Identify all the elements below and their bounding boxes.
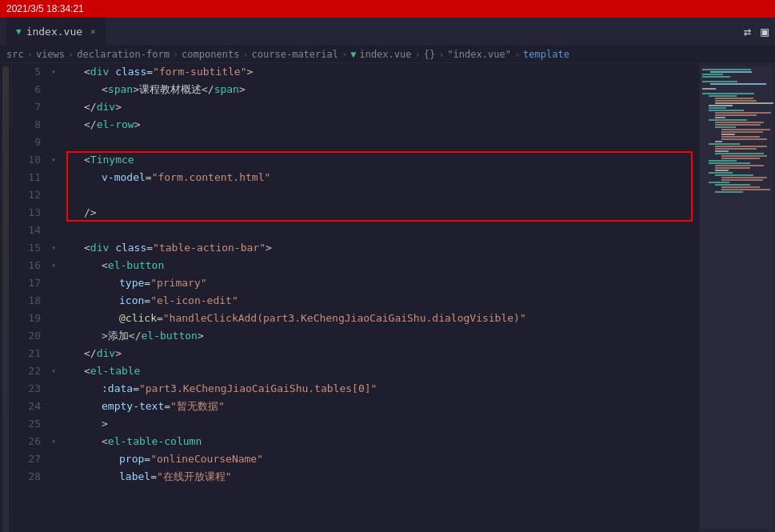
code-line-8: </el-row> [66,116,693,134]
code-line-24: empty-text="暂无数据" [66,398,693,415]
code-line-21: </div> [66,345,693,362]
code-line-9 [66,134,693,151]
code-line-15: <div class="table-action-bar"> [66,239,693,257]
title-text: 2021/3/5 18:34:21 [6,3,84,14]
code-line-5: <div class="form-subtitle"> [66,63,693,81]
tab-bar: ▼ index.vue × ⇄ ▣ [0,18,775,46]
editor-container: 5 6 7 8 9 10 11 12 13 14 15 16 17 18 19 … [0,63,775,532]
tab-index-vue[interactable]: ▼ index.vue × [6,18,106,46]
breadcrumb-template: template [523,49,569,60]
code-line-20: >添加</el-button> [66,327,693,345]
breadcrumb-vue-icon: ▼ [350,49,356,60]
breadcrumb-components: components [182,49,239,60]
title-bar: 2021/3/5 18:34:21 [0,0,775,18]
code-line-7: </div> [66,98,693,116]
code-line-28: label="在线开放课程" [66,468,693,486]
tab-close-button[interactable]: × [90,26,96,37]
code-line-27: prop="onlineCourseName" [66,450,693,468]
breadcrumb-file: index.vue [359,49,411,60]
code-line-17: type="primary" [66,274,693,292]
breadcrumb-src: src [6,49,24,60]
side-panel [0,63,11,532]
code-line-10: <Tinymce [66,151,693,169]
minimap [699,63,775,532]
code-line-12 [66,186,693,204]
code-line-25: > [66,415,693,433]
code-line-18: icon="el-icon-edit" [66,292,693,310]
code-line-26: <el-table-column [66,433,693,450]
source-control-icon[interactable]: ⇄ [744,24,752,39]
line-numbers: 5 6 7 8 9 10 11 12 13 14 15 16 17 18 19 … [11,63,47,532]
code-line-19: @click="handleClickAdd(part3.KeChengJiao… [66,310,693,327]
breadcrumb-course-material: course-material [252,49,338,60]
tab-label: index.vue [26,26,82,38]
code-line-16: <el-button [66,257,693,274]
breadcrumb-brackets: {} [424,49,435,60]
top-right-actions: ⇄ ▣ [744,24,769,39]
breadcrumb-views: views [36,49,65,60]
code-editor[interactable]: 5 6 7 8 9 10 11 12 13 14 15 16 17 18 19 … [11,63,775,532]
code-content[interactable]: <div class="form-subtitle"> <span>课程教材概述… [60,63,699,532]
vue-icon: ▼ [16,26,22,37]
breadcrumb-index-vue-quoted: "index.vue" [447,49,510,60]
code-line-22: <el-table [66,362,693,380]
code-line-11: v-model="form.content.html" [66,169,693,186]
split-editor-icon[interactable]: ▣ [761,24,769,39]
collapse-arrows: ▾ ▾ ▾ ▾ ▾ ▾ [47,63,60,532]
code-line-6: <span>课程教材概述</span> [66,81,693,98]
code-line-13: /> [66,204,693,222]
breadcrumb-declaration-form: declaration-form [77,49,170,60]
code-line-23: :data="part3.KeChengJiaoCaiGaiShu.tables… [66,380,693,398]
code-line-14 [66,222,693,239]
breadcrumb: src › views › declaration-form › compone… [0,46,775,63]
